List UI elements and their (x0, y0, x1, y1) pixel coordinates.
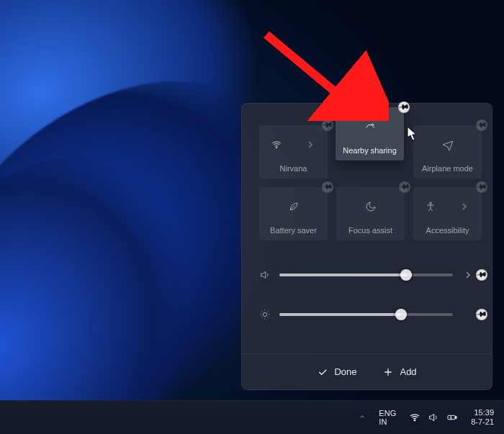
unpin-icon[interactable] (476, 119, 487, 131)
unpin-icon[interactable] (322, 119, 333, 131)
brightness-slider[interactable] (279, 313, 453, 316)
brightness-slider-row (259, 294, 474, 334)
unpin-icon[interactable] (476, 181, 487, 193)
sliders (242, 250, 492, 334)
svg-point-2 (263, 312, 266, 316)
tile-label: Battery saver (270, 226, 317, 235)
language-indicator[interactable]: ENG IN (374, 409, 400, 426)
tile-label: Nearby sharing (343, 146, 397, 155)
tile-accessibility[interactable]: Accessibility (413, 187, 482, 240)
quick-settings-panel: Nirvana Airplane mode Battery saver (241, 103, 492, 390)
svg-point-1 (430, 202, 432, 204)
tile-label: Focus assist (348, 226, 392, 235)
tile-label: Airplane mode (422, 164, 473, 173)
unpin-icon[interactable] (322, 181, 333, 193)
chevron-right-icon (459, 201, 470, 212)
taskbar: ENG IN 15:39 8-7-21 (0, 400, 504, 434)
unpin-icon[interactable] (476, 269, 487, 281)
unpin-icon[interactable] (476, 309, 487, 320)
tile-airplane-mode[interactable]: Airplane mode (413, 125, 482, 178)
add-button[interactable]: Add (382, 366, 416, 378)
svg-point-4 (415, 420, 415, 420)
unpin-icon[interactable] (399, 181, 410, 193)
tile-wifi[interactable]: Nirvana (259, 125, 328, 178)
chevron-right-icon[interactable] (462, 269, 474, 281)
chevron-right-icon (305, 139, 316, 150)
airplane-icon (442, 139, 454, 150)
speaker-icon[interactable] (428, 412, 439, 423)
tile-focus-assist[interactable]: Focus assist (336, 187, 405, 240)
tray-overflow-button[interactable] (354, 412, 370, 422)
wifi-icon (271, 139, 282, 150)
share-icon (364, 121, 376, 132)
wifi-icon[interactable] (409, 412, 420, 423)
clock[interactable]: 15:39 8-7-21 (467, 408, 498, 426)
done-button[interactable]: Done (317, 366, 356, 378)
quick-settings-grid: Nirvana Airplane mode Battery saver (242, 104, 492, 250)
add-label: Add (400, 366, 416, 377)
battery-icon[interactable] (446, 412, 458, 423)
svg-rect-6 (456, 417, 456, 419)
person-icon (425, 201, 436, 212)
unpin-icon[interactable] (398, 101, 410, 113)
system-tray: ENG IN 15:39 8-7-21 (354, 408, 498, 426)
sun-icon (259, 309, 271, 320)
done-label: Done (334, 366, 356, 377)
moon-icon (365, 201, 377, 212)
tile-label: Accessibility (426, 226, 469, 235)
tile-nearby-sharing[interactable]: Nearby sharing (336, 107, 404, 161)
leaf-icon (288, 201, 300, 212)
volume-slider-row (259, 255, 474, 294)
tile-battery-saver[interactable]: Battery saver (259, 187, 328, 240)
volume-slider[interactable] (279, 273, 453, 276)
speaker-icon (259, 269, 271, 281)
panel-footer: Done Add (242, 353, 492, 389)
svg-point-0 (276, 147, 276, 148)
tile-label: Nirvana (280, 164, 307, 173)
